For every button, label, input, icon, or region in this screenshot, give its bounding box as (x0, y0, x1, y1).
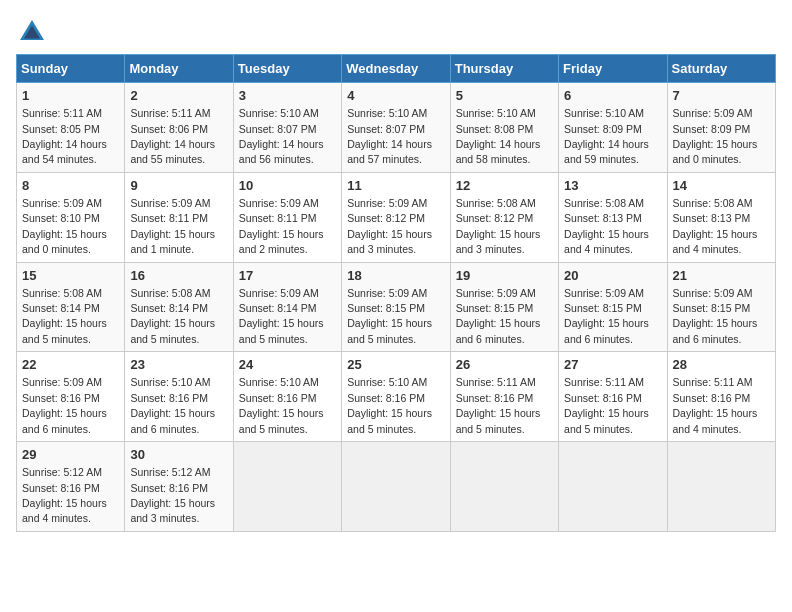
day-number: 5 (456, 87, 553, 105)
day-number: 19 (456, 267, 553, 285)
day-info: Sunrise: 5:10 AMSunset: 8:07 PMDaylight:… (239, 107, 324, 165)
day-header-sunday: Sunday (17, 55, 125, 83)
page-header (16, 16, 776, 48)
day-number: 24 (239, 356, 336, 374)
calendar-cell: 21 Sunrise: 5:09 AMSunset: 8:15 PMDaylig… (667, 262, 775, 352)
day-info: Sunrise: 5:11 AMSunset: 8:06 PMDaylight:… (130, 107, 215, 165)
day-header-thursday: Thursday (450, 55, 558, 83)
day-info: Sunrise: 5:09 AMSunset: 8:16 PMDaylight:… (22, 376, 107, 434)
day-number: 4 (347, 87, 444, 105)
day-number: 25 (347, 356, 444, 374)
calendar-cell: 29 Sunrise: 5:12 AMSunset: 8:16 PMDaylig… (17, 442, 125, 532)
calendar-cell: 22 Sunrise: 5:09 AMSunset: 8:16 PMDaylig… (17, 352, 125, 442)
calendar-cell (667, 442, 775, 532)
calendar-cell: 19 Sunrise: 5:09 AMSunset: 8:15 PMDaylig… (450, 262, 558, 352)
day-number: 29 (22, 446, 119, 464)
day-info: Sunrise: 5:08 AMSunset: 8:13 PMDaylight:… (564, 197, 649, 255)
day-number: 16 (130, 267, 227, 285)
calendar-cell: 28 Sunrise: 5:11 AMSunset: 8:16 PMDaylig… (667, 352, 775, 442)
calendar-cell: 12 Sunrise: 5:08 AMSunset: 8:12 PMDaylig… (450, 172, 558, 262)
day-header-wednesday: Wednesday (342, 55, 450, 83)
calendar-cell: 5 Sunrise: 5:10 AMSunset: 8:08 PMDayligh… (450, 83, 558, 173)
day-number: 3 (239, 87, 336, 105)
calendar-week-5: 29 Sunrise: 5:12 AMSunset: 8:16 PMDaylig… (17, 442, 776, 532)
day-info: Sunrise: 5:12 AMSunset: 8:16 PMDaylight:… (22, 466, 107, 524)
day-info: Sunrise: 5:11 AMSunset: 8:16 PMDaylight:… (456, 376, 541, 434)
calendar-week-1: 1 Sunrise: 5:11 AMSunset: 8:05 PMDayligh… (17, 83, 776, 173)
calendar-cell: 2 Sunrise: 5:11 AMSunset: 8:06 PMDayligh… (125, 83, 233, 173)
calendar-cell: 26 Sunrise: 5:11 AMSunset: 8:16 PMDaylig… (450, 352, 558, 442)
day-number: 27 (564, 356, 661, 374)
calendar-cell: 24 Sunrise: 5:10 AMSunset: 8:16 PMDaylig… (233, 352, 341, 442)
day-info: Sunrise: 5:08 AMSunset: 8:13 PMDaylight:… (673, 197, 758, 255)
day-info: Sunrise: 5:09 AMSunset: 8:15 PMDaylight:… (673, 287, 758, 345)
day-info: Sunrise: 5:09 AMSunset: 8:15 PMDaylight:… (347, 287, 432, 345)
calendar-week-2: 8 Sunrise: 5:09 AMSunset: 8:10 PMDayligh… (17, 172, 776, 262)
day-header-friday: Friday (559, 55, 667, 83)
calendar-cell: 9 Sunrise: 5:09 AMSunset: 8:11 PMDayligh… (125, 172, 233, 262)
day-number: 12 (456, 177, 553, 195)
calendar-cell: 25 Sunrise: 5:10 AMSunset: 8:16 PMDaylig… (342, 352, 450, 442)
calendar-cell: 1 Sunrise: 5:11 AMSunset: 8:05 PMDayligh… (17, 83, 125, 173)
calendar-cell: 10 Sunrise: 5:09 AMSunset: 8:11 PMDaylig… (233, 172, 341, 262)
calendar-cell: 20 Sunrise: 5:09 AMSunset: 8:15 PMDaylig… (559, 262, 667, 352)
logo (16, 16, 52, 48)
logo-icon (16, 16, 48, 48)
day-number: 8 (22, 177, 119, 195)
calendar-cell: 4 Sunrise: 5:10 AMSunset: 8:07 PMDayligh… (342, 83, 450, 173)
calendar-cell: 17 Sunrise: 5:09 AMSunset: 8:14 PMDaylig… (233, 262, 341, 352)
calendar-cell: 14 Sunrise: 5:08 AMSunset: 8:13 PMDaylig… (667, 172, 775, 262)
calendar-cell: 23 Sunrise: 5:10 AMSunset: 8:16 PMDaylig… (125, 352, 233, 442)
calendar-cell: 7 Sunrise: 5:09 AMSunset: 8:09 PMDayligh… (667, 83, 775, 173)
day-info: Sunrise: 5:09 AMSunset: 8:12 PMDaylight:… (347, 197, 432, 255)
calendar-cell: 30 Sunrise: 5:12 AMSunset: 8:16 PMDaylig… (125, 442, 233, 532)
calendar-cell: 15 Sunrise: 5:08 AMSunset: 8:14 PMDaylig… (17, 262, 125, 352)
day-info: Sunrise: 5:08 AMSunset: 8:14 PMDaylight:… (22, 287, 107, 345)
day-header-row: SundayMondayTuesdayWednesdayThursdayFrid… (17, 55, 776, 83)
day-number: 2 (130, 87, 227, 105)
day-info: Sunrise: 5:10 AMSunset: 8:16 PMDaylight:… (239, 376, 324, 434)
calendar-cell: 13 Sunrise: 5:08 AMSunset: 8:13 PMDaylig… (559, 172, 667, 262)
calendar-cell: 18 Sunrise: 5:09 AMSunset: 8:15 PMDaylig… (342, 262, 450, 352)
calendar-cell: 3 Sunrise: 5:10 AMSunset: 8:07 PMDayligh… (233, 83, 341, 173)
day-number: 1 (22, 87, 119, 105)
day-header-saturday: Saturday (667, 55, 775, 83)
day-info: Sunrise: 5:09 AMSunset: 8:15 PMDaylight:… (564, 287, 649, 345)
calendar-cell (342, 442, 450, 532)
day-number: 13 (564, 177, 661, 195)
day-number: 11 (347, 177, 444, 195)
calendar-cell: 27 Sunrise: 5:11 AMSunset: 8:16 PMDaylig… (559, 352, 667, 442)
day-number: 22 (22, 356, 119, 374)
day-info: Sunrise: 5:08 AMSunset: 8:12 PMDaylight:… (456, 197, 541, 255)
day-number: 21 (673, 267, 770, 285)
calendar-cell: 16 Sunrise: 5:08 AMSunset: 8:14 PMDaylig… (125, 262, 233, 352)
day-info: Sunrise: 5:10 AMSunset: 8:09 PMDaylight:… (564, 107, 649, 165)
day-number: 7 (673, 87, 770, 105)
day-number: 17 (239, 267, 336, 285)
day-info: Sunrise: 5:09 AMSunset: 8:10 PMDaylight:… (22, 197, 107, 255)
calendar-header: SundayMondayTuesdayWednesdayThursdayFrid… (17, 55, 776, 83)
day-header-monday: Monday (125, 55, 233, 83)
calendar-cell (450, 442, 558, 532)
calendar-table: SundayMondayTuesdayWednesdayThursdayFrid… (16, 54, 776, 532)
day-number: 18 (347, 267, 444, 285)
day-info: Sunrise: 5:11 AMSunset: 8:16 PMDaylight:… (673, 376, 758, 434)
day-info: Sunrise: 5:11 AMSunset: 8:05 PMDaylight:… (22, 107, 107, 165)
day-info: Sunrise: 5:09 AMSunset: 8:14 PMDaylight:… (239, 287, 324, 345)
calendar-cell: 6 Sunrise: 5:10 AMSunset: 8:09 PMDayligh… (559, 83, 667, 173)
day-number: 30 (130, 446, 227, 464)
day-number: 15 (22, 267, 119, 285)
day-info: Sunrise: 5:11 AMSunset: 8:16 PMDaylight:… (564, 376, 649, 434)
day-number: 14 (673, 177, 770, 195)
day-info: Sunrise: 5:08 AMSunset: 8:14 PMDaylight:… (130, 287, 215, 345)
day-number: 28 (673, 356, 770, 374)
day-info: Sunrise: 5:10 AMSunset: 8:16 PMDaylight:… (130, 376, 215, 434)
day-number: 10 (239, 177, 336, 195)
calendar-week-4: 22 Sunrise: 5:09 AMSunset: 8:16 PMDaylig… (17, 352, 776, 442)
day-header-tuesday: Tuesday (233, 55, 341, 83)
day-info: Sunrise: 5:10 AMSunset: 8:16 PMDaylight:… (347, 376, 432, 434)
day-info: Sunrise: 5:09 AMSunset: 8:11 PMDaylight:… (130, 197, 215, 255)
day-info: Sunrise: 5:10 AMSunset: 8:07 PMDaylight:… (347, 107, 432, 165)
calendar-cell (559, 442, 667, 532)
day-info: Sunrise: 5:12 AMSunset: 8:16 PMDaylight:… (130, 466, 215, 524)
